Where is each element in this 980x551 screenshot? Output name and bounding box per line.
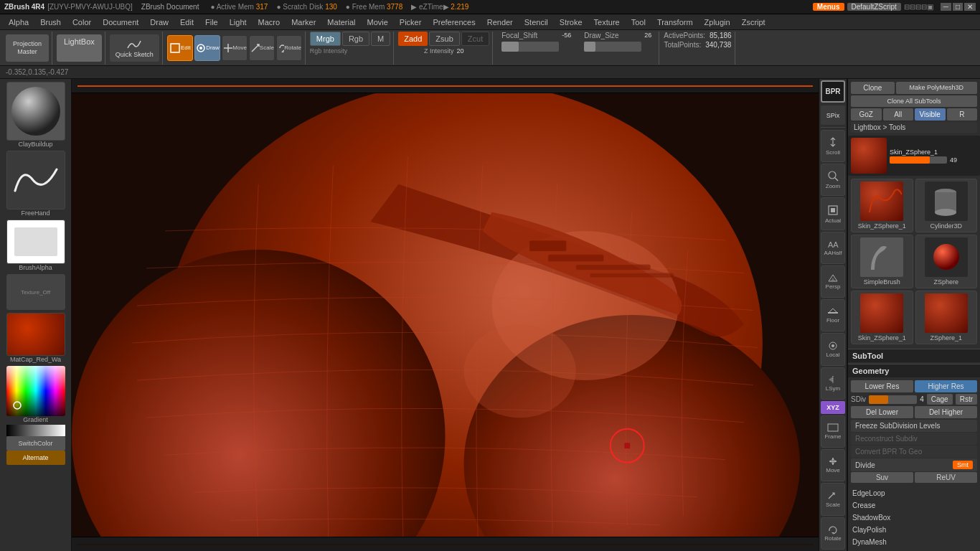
scale-button[interactable]: Scale xyxy=(249,35,275,61)
r-button[interactable]: R xyxy=(947,108,978,121)
move-button[interactable]: Move xyxy=(222,35,248,61)
scroll-button[interactable]: Scroll xyxy=(821,130,845,162)
zsub-button[interactable]: Zsub xyxy=(429,32,459,46)
tool-item-zsphere1[interactable]: ZSphere_1 xyxy=(915,291,978,344)
canvas-move-button[interactable]: Move xyxy=(821,449,845,481)
menu-color[interactable]: Color xyxy=(67,17,97,28)
alternate-button[interactable]: Alternate xyxy=(6,451,65,465)
menu-document[interactable]: Document xyxy=(97,17,144,28)
menu-stroke[interactable]: Stroke xyxy=(554,17,588,28)
subtool-header[interactable]: SubTool xyxy=(848,349,980,362)
zcut-button[interactable]: Zcut xyxy=(461,32,489,46)
menu-render[interactable]: Render xyxy=(481,17,519,28)
lightbox-tools-label[interactable]: Lightbox > Tools xyxy=(851,122,977,133)
del-lower-button[interactable]: Del Lower xyxy=(851,406,913,418)
projection-master-button[interactable]: Projection Master xyxy=(6,34,49,62)
edit-button[interactable]: Edit xyxy=(167,35,193,61)
tool-item-simplebrush[interactable]: SimpleBrush xyxy=(851,235,913,288)
m-button[interactable]: M xyxy=(371,32,390,46)
persp-button[interactable]: Persp xyxy=(821,265,845,298)
tool-item-skin-zsphere[interactable]: Skin_ZSphere_1 xyxy=(851,179,913,232)
floor-button[interactable]: Floor xyxy=(821,299,845,331)
tool-item-skin-zsphere-2[interactable]: Skin_ZSphere_1 xyxy=(851,291,913,344)
focal-shift-slider[interactable] xyxy=(501,42,559,52)
active-tool-preview[interactable] xyxy=(851,138,887,174)
spix-button[interactable]: SPix xyxy=(821,105,845,125)
zadd-button[interactable]: Zadd xyxy=(398,32,428,46)
zbrush-viewport[interactable] xyxy=(72,93,819,537)
quick-sketch-button[interactable]: Quick Sketch xyxy=(110,34,159,62)
menu-file[interactable]: File xyxy=(199,17,224,28)
lower-res-button[interactable]: Lower Res xyxy=(851,380,913,392)
brush-thumbnail[interactable] xyxy=(6,82,65,141)
all-button[interactable]: All xyxy=(883,108,914,121)
menu-zplugin[interactable]: Zplugin xyxy=(699,17,736,28)
draw-size-slider[interactable] xyxy=(584,42,641,52)
reconstruct-subdiv-button[interactable]: Reconstruct Subdiv xyxy=(851,433,977,445)
zoom-button[interactable]: Zoom xyxy=(821,164,845,196)
smt-badge[interactable]: Smt xyxy=(953,461,973,469)
dynamesh-item[interactable]: DynaMesh xyxy=(848,536,980,548)
menu-macro[interactable]: Macro xyxy=(253,17,286,28)
menu-zscript[interactable]: Zscript xyxy=(736,17,771,28)
local-button[interactable]: Local xyxy=(821,333,845,365)
rstr-button[interactable]: Rstr xyxy=(956,394,977,405)
tool-item-cylinder3d[interactable]: Cylinder3D xyxy=(915,179,978,232)
actual-button[interactable]: Actual xyxy=(821,197,845,230)
lsym-button[interactable]: LSym xyxy=(821,367,845,400)
menu-picker[interactable]: Picker xyxy=(394,17,428,28)
divide-button[interactable]: Divide Smt xyxy=(851,458,977,471)
maximize-btn[interactable]: □ xyxy=(953,3,963,11)
draw-button[interactable]: Draw xyxy=(194,35,220,61)
lightbox-button[interactable]: LightBox xyxy=(57,34,102,62)
clone-button[interactable]: Clone xyxy=(851,82,895,94)
menu-texture[interactable]: Texture xyxy=(588,17,626,28)
convert-bpr-button[interactable]: Convert BPR To Geo xyxy=(851,446,977,458)
window-controls[interactable]: ─ □ ✕ xyxy=(941,3,976,11)
visible-button[interactable]: Visible xyxy=(915,108,946,121)
rgb-button[interactable]: Rgb xyxy=(342,32,369,46)
goz-button[interactable]: GoZ xyxy=(851,108,882,121)
freeze-subdiv-button[interactable]: Freeze SubDivision Levels xyxy=(851,420,977,432)
mrgb-button[interactable]: Mrgb xyxy=(310,32,341,46)
active-tool-slider[interactable] xyxy=(890,156,947,164)
color-picker[interactable] xyxy=(6,366,65,416)
minimize-btn[interactable]: ─ xyxy=(941,3,951,11)
menu-stencil[interactable]: Stencil xyxy=(519,17,554,28)
gradient-bar[interactable] xyxy=(6,425,65,436)
menu-light[interactable]: Light xyxy=(224,17,253,28)
menu-preferences[interactable]: Preferences xyxy=(427,17,481,28)
frame-button[interactable]: Frame xyxy=(821,415,845,448)
menu-movie[interactable]: Movie xyxy=(361,17,393,28)
switch-color-button[interactable]: SwitchColor xyxy=(6,436,65,451)
freehand-thumbnail[interactable] xyxy=(6,151,65,209)
menus-button[interactable]: Menus xyxy=(813,3,844,11)
menu-alpha[interactable]: Alpha xyxy=(3,17,34,28)
higher-res-button[interactable]: Higher Res xyxy=(915,380,977,392)
tool-item-zsphere[interactable]: ZSphere xyxy=(915,235,978,288)
color-picker-canvas[interactable] xyxy=(6,366,65,416)
shadowbox-item[interactable]: ShadowBox xyxy=(848,512,980,524)
menu-draw[interactable]: Draw xyxy=(144,17,174,28)
menu-brush[interactable]: Brush xyxy=(34,17,67,28)
reuv-button[interactable]: ReUV xyxy=(915,472,977,483)
default-zscript[interactable]: DefaultZScript xyxy=(847,3,901,11)
canvas-scale-button[interactable]: Scale xyxy=(821,483,845,515)
del-higher-button[interactable]: Del Higher xyxy=(915,406,977,418)
edgeloop-item[interactable]: EdgeLoop xyxy=(848,487,980,499)
menu-edit[interactable]: Edit xyxy=(174,17,199,28)
rotate-button[interactable]: Rotate xyxy=(276,35,302,61)
close-btn[interactable]: ✕ xyxy=(964,3,976,11)
menu-marker[interactable]: Marker xyxy=(286,17,321,28)
brush-alpha-thumbnail[interactable] xyxy=(6,220,65,264)
make-polymesh-button[interactable]: Make PolyMesh3D xyxy=(896,82,977,94)
clone-all-button[interactable]: Clone All SubTools xyxy=(851,95,977,107)
menu-transform[interactable]: Transform xyxy=(651,17,699,28)
qremesher-item[interactable]: qRemesher xyxy=(848,548,980,551)
menu-tool[interactable]: Tool xyxy=(626,17,651,28)
bpr-button[interactable]: BPR xyxy=(821,80,845,103)
suv-button[interactable]: Suv xyxy=(851,472,913,483)
canvas-rotate-button[interactable]: Rotate xyxy=(821,517,845,550)
xyz-button[interactable]: XYZ xyxy=(821,401,845,414)
geometry-header[interactable]: Geometry xyxy=(848,364,980,377)
